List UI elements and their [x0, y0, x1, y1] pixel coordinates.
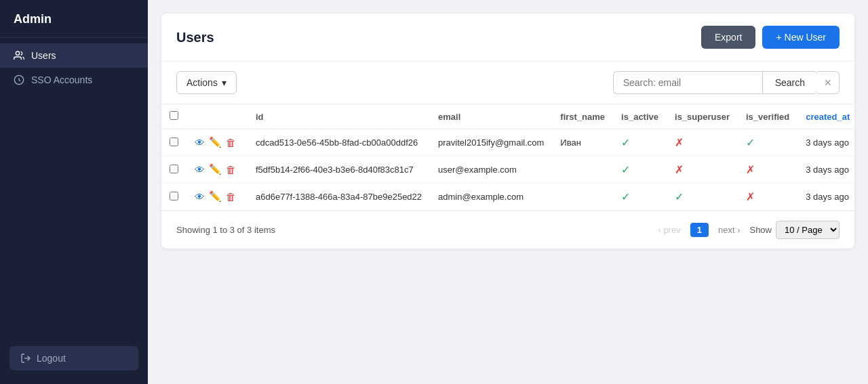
current-page[interactable]: 1: [690, 223, 709, 237]
col-header-created-at[interactable]: created_at: [797, 104, 854, 129]
edit-icon[interactable]: ✏️: [209, 190, 222, 202]
cell-is_verified: ✓: [738, 129, 797, 156]
check-true-icon: ✓: [621, 164, 630, 175]
row-checkbox[interactable]: [170, 137, 178, 146]
row-checkbox[interactable]: [170, 165, 178, 173]
table-row: 👁 ✏️ 🗑 cdcad513-0e56-45bb-8fad-cb00a00dd…: [161, 129, 854, 156]
sidebar-item-sso-label: SSO Accounts: [31, 74, 92, 85]
next-button[interactable]: next ›: [714, 222, 745, 238]
cell-created_at: 3 days ago: [797, 156, 854, 184]
next-label: next: [718, 225, 735, 235]
new-user-button[interactable]: + New User: [762, 26, 840, 49]
pagination-controls: ‹ prev 1 next › Show 10 / Page 25 / Page…: [654, 221, 840, 239]
delete-icon[interactable]: 🗑: [226, 164, 236, 175]
cell-first_name: Иван: [552, 129, 613, 156]
cell-id: a6d6e77f-1388-466a-83a4-87be9e25ed22: [248, 184, 430, 211]
cell-id: cdcad513-0e56-45bb-8fad-cb00a00ddf26: [248, 129, 430, 156]
cell-is_verified: ✗: [738, 156, 797, 184]
check-true-icon: ✓: [621, 191, 630, 202]
delete-icon[interactable]: 🗑: [226, 137, 236, 148]
actions-label: Actions: [186, 77, 218, 88]
sidebar: Admin Users SSO Accounts Logout: [0, 0, 148, 384]
clear-search-button[interactable]: ✕: [817, 71, 840, 94]
export-button[interactable]: Export: [701, 26, 755, 49]
prev-label: prev: [663, 225, 680, 235]
show-label: Show: [749, 225, 772, 235]
cell-first_name: [552, 156, 613, 184]
col-header-is-superuser: is_superuser: [667, 104, 738, 129]
check-false-icon: ✗: [675, 137, 684, 148]
chevron-left-icon: ‹: [658, 225, 660, 235]
cell-is_verified: ✗: [738, 184, 797, 211]
cell-created_at: 3 days ago: [797, 184, 854, 211]
sidebar-title: Admin: [0, 0, 148, 38]
toolbar: Actions ▾ Search ✕: [161, 62, 854, 104]
logout-icon: [20, 353, 31, 364]
cell-is_superuser: ✗: [667, 129, 738, 156]
cell-is_active: ✓: [613, 156, 667, 184]
sidebar-item-users[interactable]: Users: [0, 43, 148, 68]
users-header: Users Export + New User: [161, 14, 854, 62]
edit-icon[interactable]: ✏️: [209, 136, 222, 148]
view-icon[interactable]: 👁: [195, 137, 205, 148]
delete-icon[interactable]: 🗑: [226, 191, 236, 202]
logout-button[interactable]: Logout: [9, 346, 138, 370]
cell-email: user@example.com: [430, 156, 552, 184]
cell-is_active: ✓: [613, 184, 667, 211]
prev-button[interactable]: ‹ prev: [654, 222, 684, 238]
search-input[interactable]: [613, 71, 762, 94]
check-true-icon: ✓: [675, 191, 684, 202]
col-header-id: id: [248, 104, 430, 129]
table-row: 👁 ✏️ 🗑 f5df5b14-2f66-40e3-b3e6-8d40f83c8…: [161, 156, 854, 184]
sidebar-nav: Users SSO Accounts: [0, 38, 148, 339]
cell-created_at: 3 days ago: [797, 129, 854, 156]
select-all-checkbox[interactable]: [170, 111, 178, 120]
col-header-is-active: is_active: [613, 104, 667, 129]
page-title: Users: [176, 30, 214, 45]
col-header-is-verified: is_verified: [738, 104, 797, 129]
actions-button[interactable]: Actions ▾: [176, 71, 237, 94]
users-card: Users Export + New User Actions ▾ Search…: [161, 14, 854, 249]
check-true-icon: ✓: [746, 137, 755, 148]
users-icon: [14, 50, 24, 61]
cell-first_name: [552, 184, 613, 211]
table-header-row: id email first_name is_active is_superus…: [161, 104, 854, 129]
check-true-icon: ✓: [621, 137, 630, 148]
main-content: Users Export + New User Actions ▾ Search…: [148, 0, 868, 384]
pagination: Showing 1 to 3 of 3 items ‹ prev 1 next …: [161, 211, 854, 249]
col-header-first-name: first_name: [552, 104, 613, 129]
chevron-right-icon: ›: [737, 225, 740, 235]
search-group: Search ✕: [613, 71, 840, 94]
cell-is_superuser: ✓: [667, 184, 738, 211]
sso-icon: [14, 74, 24, 85]
per-page-selector: Show 10 / Page 25 / Page 50 / Page: [749, 221, 840, 239]
users-table: id email first_name is_active is_superus…: [161, 104, 854, 211]
logout-label: Logout: [37, 353, 66, 364]
cell-is_superuser: ✗: [667, 156, 738, 184]
check-false-icon: ✗: [746, 191, 755, 202]
row-checkbox[interactable]: [170, 192, 178, 200]
view-icon[interactable]: 👁: [195, 191, 205, 202]
cell-email: pravitel2015ify@gmail.com: [430, 129, 552, 156]
col-header-email: email: [430, 104, 552, 129]
sidebar-item-sso[interactable]: SSO Accounts: [0, 68, 148, 92]
table-container: id email first_name is_active is_superus…: [161, 104, 854, 211]
svg-point-0: [16, 51, 19, 55]
check-false-icon: ✗: [746, 164, 755, 175]
per-page-select[interactable]: 10 / Page 25 / Page 50 / Page: [776, 221, 840, 239]
cell-is_active: ✓: [613, 129, 667, 156]
search-button[interactable]: Search: [762, 71, 818, 94]
edit-icon[interactable]: ✏️: [209, 163, 222, 175]
cell-email: admin@example.com: [430, 184, 552, 211]
view-icon[interactable]: 👁: [195, 164, 205, 175]
showing-label: Showing 1 to 3 of 3 items: [176, 225, 275, 235]
table-row: 👁 ✏️ 🗑 a6d6e77f-1388-466a-83a4-87be9e25e…: [161, 184, 854, 211]
sidebar-item-users-label: Users: [31, 50, 56, 61]
check-false-icon: ✗: [675, 164, 684, 175]
header-actions: Export + New User: [701, 26, 840, 49]
chevron-down-icon: ▾: [222, 77, 226, 88]
cell-id: f5df5b14-2f66-40e3-b3e6-8d40f83c81c7: [248, 156, 430, 184]
